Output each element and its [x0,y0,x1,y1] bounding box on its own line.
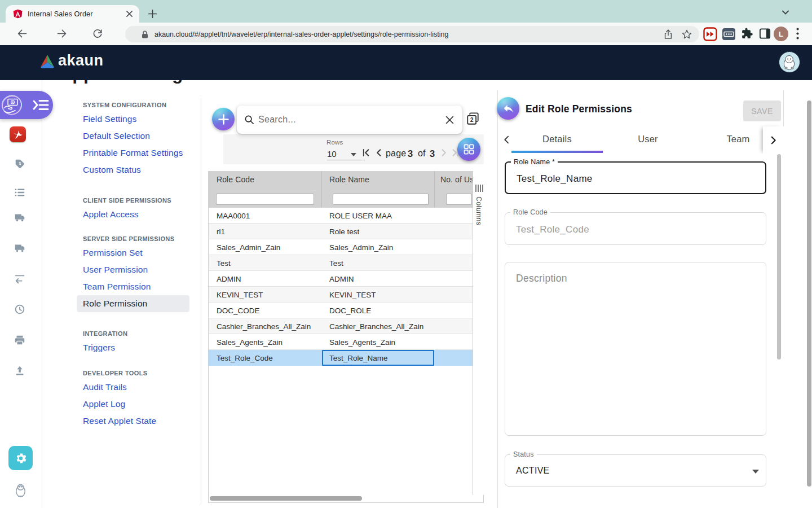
printer-icon[interactable] [14,334,26,347]
cell-role-name[interactable]: Role test [329,224,434,239]
extension-password-icon[interactable] [722,27,736,43]
table-row[interactable]: DOC_CODEDOC_ROLE [209,303,483,318]
cell-role-name[interactable]: Sales_Admin_Zain [329,239,434,255]
sidebar-item-team-permission[interactable]: Team Permission [77,278,189,295]
first-page-icon[interactable] [361,148,371,157]
extension-adblock-icon[interactable] [703,27,717,43]
horizontal-scrollbar-thumb[interactable] [210,496,362,501]
sidebar-item-audit-trails[interactable]: Audit Trails [77,379,189,396]
list-icon[interactable] [14,186,26,199]
panel-scrollbar-thumb[interactable] [777,154,781,360]
next-page-icon[interactable] [439,148,449,157]
cell-role-name[interactable]: ADMIN [329,271,434,287]
table-row[interactable]: Cashier_Branches_All_ZainCashier_Branche… [209,318,483,334]
save-button[interactable]: SAVE [743,100,781,121]
browser-menu-icon[interactable] [796,28,802,40]
column-header[interactable]: No. of Us [440,171,473,187]
red-app-icon[interactable] [10,126,26,142]
cell-role-name[interactable]: Cashier_Branches_All_Zain [329,318,434,334]
tabs-scroll-right-button[interactable] [763,126,784,154]
cell-role-code[interactable]: MAA0001 [217,208,321,224]
page-scrollbar-thumb[interactable] [807,100,811,487]
column-header[interactable]: Role Code [217,171,318,187]
role-name-field[interactable]: Role Name * Test_Role_Name [505,161,766,194]
bookmark-star-icon[interactable] [681,29,692,40]
back-button[interactable] [16,28,29,40]
table-row[interactable]: Sales_Admin_ZainSales_Admin_Zain [209,239,483,255]
search-bar[interactable]: Search... [237,106,462,134]
filter-input-role-name[interactable] [333,194,429,205]
sidebar-item-custom-status[interactable]: Custom Status [77,161,189,178]
truck-icon-2[interactable] [14,242,26,255]
horizontal-scrollbar[interactable] [210,495,483,502]
brand-logo[interactable]: akaun [39,53,104,69]
grid-view-button[interactable] [457,138,480,161]
prev-page-icon[interactable] [374,148,383,157]
penguin-outline-icon[interactable] [13,483,28,498]
table-row[interactable]: Test_Role_CodeTest_Role_Name [209,350,483,366]
duplicate-list-icon[interactable]: 2 [466,112,480,126]
filter-input-role-code[interactable] [216,194,314,205]
share-icon[interactable] [663,29,674,40]
sidebar-item-permission-set[interactable]: Permission Set [77,244,189,261]
cell-role-code[interactable]: Test_Role_Code [217,350,321,366]
sidebar-item-triggers[interactable]: Triggers [77,339,189,356]
table-row[interactable]: TestTest [209,255,483,271]
cell-role-code[interactable]: Sales_Agents_Zain [217,334,321,350]
sidebar-item-reset-applet-state[interactable]: Reset Applet State [77,413,189,430]
add-role-button[interactable] [212,108,235,130]
cell-role-code[interactable]: rl1 [217,224,321,239]
floating-extension-widget[interactable] [0,91,53,119]
sidebar-item-user-permission[interactable]: User Permission [77,261,189,278]
cell-role-name[interactable]: ROLE USER MAA [329,208,434,224]
detail-tab-user[interactable]: User [603,126,693,151]
table-row[interactable]: MAA0001ROLE USER MAA [209,208,483,224]
detail-tab-details[interactable]: Details [511,126,603,151]
sidebar-item-applet-log[interactable]: Applet Log [77,396,189,413]
browser-tab[interactable]: Internal Sales Order [6,5,139,23]
rows-per-page-select[interactable]: 10 [326,148,365,160]
cell-role-code[interactable]: DOC_CODE [217,303,321,318]
sidebar-item-applet-access[interactable]: Applet Access [77,206,189,223]
sidebar-item-role-permission[interactable]: Role Permission [77,295,189,312]
sidebar-item-printable-format-settings[interactable]: Printable Format Settings [77,144,189,161]
reload-button[interactable] [92,28,104,40]
description-field[interactable]: Description [505,262,766,436]
status-field[interactable]: Status ACTIVE [505,454,766,487]
cell-role-code[interactable]: Test [217,255,321,271]
cell-role-name[interactable]: Test [329,255,434,271]
back-to-list-button[interactable] [497,97,519,120]
cell-role-name[interactable]: Test_Role_Name [329,350,434,366]
sidebar-item-default-selection[interactable]: Default Selection [77,128,189,144]
price-tag-icon[interactable] [14,158,26,170]
extensions-puzzle-icon[interactable] [740,27,753,42]
new-tab-button[interactable] [147,8,158,19]
cell-role-name[interactable]: KEVIN_TEST [329,287,434,303]
filter-input-users[interactable] [446,194,472,205]
cell-role-name[interactable]: Sales_Agents_Zain [329,334,434,350]
cell-role-name[interactable]: DOC_ROLE [329,303,434,318]
return-arrow-icon[interactable] [14,272,26,284]
clear-search-icon[interactable] [445,115,454,125]
columns-side-tab[interactable]: Columns [473,171,484,495]
side-panel-icon[interactable] [758,27,771,42]
sidebar-item-field-settings[interactable]: Field Settings [77,111,189,128]
tabs-scroll-left-icon[interactable] [502,135,511,144]
tab-close-icon[interactable] [125,10,134,19]
browser-profile-avatar[interactable]: L [774,27,788,41]
cell-role-code[interactable]: ADMIN [217,271,321,287]
table-row[interactable]: KEVIN_TESTKEVIN_TEST [209,287,483,303]
cell-role-code[interactable]: KEVIN_TEST [217,287,321,303]
table-row[interactable]: rl1Role test [209,224,483,239]
tab-strip-chevron-icon[interactable] [781,8,790,17]
forward-button[interactable] [56,28,68,40]
table-row[interactable]: Sales_Agents_ZainSales_Agents_Zain [209,334,483,350]
truck-icon[interactable] [14,212,26,224]
user-avatar[interactable] [779,51,800,73]
search-input[interactable]: Search... [258,115,445,125]
column-header[interactable]: Role Name [329,171,431,187]
cell-role-code[interactable]: Sales_Admin_Zain [217,239,321,255]
table-row[interactable]: ADMINADMIN [209,271,483,287]
address-bar[interactable]: akaun.cloud/#/applet/tnt/wavelet/erp/int… [125,26,699,42]
upload-icon[interactable] [14,365,26,377]
